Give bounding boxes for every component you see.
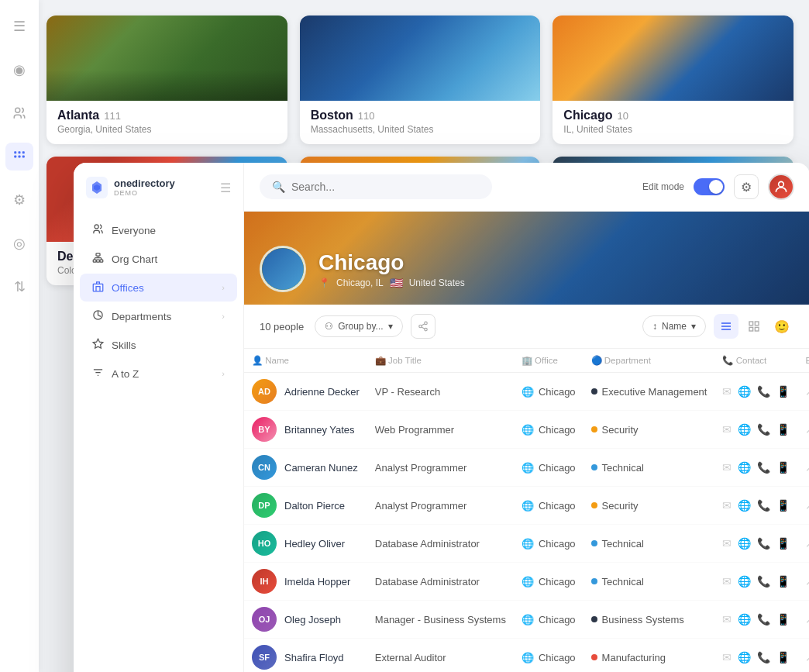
web-icon-5[interactable]: 🌐	[738, 575, 751, 588]
cell-expand-1[interactable]: ↗	[797, 411, 809, 449]
person-name-2[interactable]: Cameran Nunez	[284, 462, 358, 474]
phone-icon-7[interactable]: 📞	[757, 651, 770, 663]
settings-gear-button[interactable]: ⚙	[734, 174, 759, 199]
cell-expand-4[interactable]: ↗	[797, 525, 809, 563]
cell-expand-2[interactable]: ↗	[797, 449, 809, 487]
cell-dept-6: Business Systems	[584, 601, 715, 639]
email-icon-0[interactable]: ✉	[722, 385, 732, 398]
sidebar-item-departments[interactable]: Departments ›	[80, 302, 237, 330]
person-avatar-6[interactable]: OJ	[252, 607, 277, 632]
city-card-boston[interactable]: Boston110 Massachusetts, United States	[300, 16, 541, 144]
email-icon-3[interactable]: ✉	[722, 499, 732, 512]
emoji-view-button[interactable]: 🙂	[769, 314, 794, 339]
cell-expand-0[interactable]: ↗	[797, 373, 809, 411]
mobile-icon-1[interactable]: 📱	[776, 423, 790, 436]
sidebar-item-skills[interactable]: Skills	[80, 331, 237, 359]
cell-expand-5[interactable]: ↗	[797, 563, 809, 601]
dept-dot-4	[591, 540, 597, 546]
mobile-icon-4[interactable]: 📱	[776, 537, 790, 550]
sidebar-icon-people[interactable]	[5, 99, 33, 127]
cell-dept-4: Technical	[584, 525, 715, 563]
sidebar-icon-dashboard[interactable]: ◉	[5, 56, 33, 84]
phone-icon-3[interactable]: 📞	[757, 499, 770, 512]
cell-expand-3[interactable]: ↗	[797, 487, 809, 525]
person-name-5[interactable]: Imelda Hopper	[284, 576, 350, 588]
phone-icon-5[interactable]: 📞	[757, 575, 770, 588]
city-card-chicago-bg[interactable]: Chicago10 IL, United States	[553, 16, 794, 144]
email-icon-1[interactable]: ✉	[722, 423, 732, 436]
city-card-atlanta[interactable]: Atlanta111 Georgia, United States	[46, 16, 287, 144]
cell-expand-7[interactable]: ↗	[797, 639, 809, 673]
group-icon: ⚇	[325, 321, 333, 332]
mobile-icon-3[interactable]: 📱	[776, 499, 790, 512]
person-name-0[interactable]: Adrienne Decker	[284, 386, 360, 398]
city-count-chicago-bg: 10	[617, 110, 628, 122]
mobile-icon-5[interactable]: 📱	[776, 575, 790, 588]
web-icon-1[interactable]: 🌐	[738, 423, 751, 436]
sidebar-item-offices[interactable]: Offices ›	[80, 274, 237, 302]
person-name-7[interactable]: Shafira Floyd	[284, 652, 344, 663]
person-avatar-0[interactable]: AD	[252, 379, 277, 404]
phone-icon-2[interactable]: 📞	[757, 461, 770, 474]
city-name-atlanta: Atlanta	[57, 109, 99, 122]
phone-icon-1[interactable]: 📞	[757, 423, 770, 436]
mobile-icon-7[interactable]: 📱	[776, 651, 790, 663]
phone-icon-4[interactable]: 📞	[757, 537, 770, 550]
sidebar-item-skills-label: Skills	[112, 339, 136, 351]
svg-rect-23	[749, 322, 753, 326]
edit-mode-toggle[interactable]	[694, 178, 725, 195]
group-by-button[interactable]: ⚇ Group by... ▾	[315, 315, 402, 337]
mobile-icon-6[interactable]: 📱	[776, 613, 790, 625]
person-avatar-2[interactable]: CN	[252, 455, 277, 480]
sidebar-icon-settings[interactable]: ⚙	[5, 186, 33, 214]
people-table-container: 👤 Name 💼 Job Title 🏢 Office 🔵	[244, 349, 809, 672]
sidebar-item-a-to-z[interactable]: A to Z ›	[80, 360, 237, 388]
dept-dot-6	[591, 616, 597, 622]
phone-icon-0[interactable]: 📞	[757, 385, 770, 398]
person-avatar-3[interactable]: DP	[252, 493, 277, 518]
email-icon-7[interactable]: ✉	[722, 651, 732, 663]
sidebar-item-everyone[interactable]: Everyone	[80, 216, 237, 244]
person-avatar-1[interactable]: BY	[252, 417, 277, 442]
user-avatar-button[interactable]	[768, 174, 794, 200]
list-view-button[interactable]	[714, 314, 738, 339]
email-icon-6[interactable]: ✉	[722, 613, 732, 625]
sidebar-icon-directory[interactable]	[5, 143, 33, 171]
person-name-4[interactable]: Hedley Oliver	[284, 538, 345, 550]
email-icon-2[interactable]: ✉	[722, 461, 732, 474]
web-icon-4[interactable]: 🌐	[738, 537, 751, 550]
person-avatar-4[interactable]: HO	[252, 531, 277, 556]
person-name-6[interactable]: Oleg Joseph	[284, 614, 341, 625]
email-icon-4[interactable]: ✉	[722, 537, 732, 550]
person-avatar-5[interactable]: IH	[252, 569, 277, 594]
web-icon-0[interactable]: 🌐	[738, 385, 751, 398]
search-input[interactable]	[291, 181, 480, 193]
person-name-1[interactable]: Britanney Yates	[284, 424, 355, 436]
web-icon-3[interactable]: 🌐	[738, 499, 751, 512]
sidebar-icon-sort[interactable]: ⇅	[5, 273, 33, 301]
sidebar-icon-menu[interactable]: ☰	[5, 12, 33, 40]
email-icon-5[interactable]: ✉	[722, 575, 732, 588]
phone-icon-6[interactable]: 📞	[757, 613, 770, 625]
sidebar-hamburger-icon[interactable]: ☰	[220, 181, 231, 195]
col-department: 🔵 Department	[584, 349, 715, 373]
dept-dot-3	[591, 502, 597, 508]
sidebar-item-org-chart[interactable]: Org Chart	[80, 245, 237, 273]
web-icon-6[interactable]: 🌐	[738, 613, 751, 625]
sidebar-icon-target[interactable]: ◎	[5, 229, 33, 257]
cell-expand-6[interactable]: ↗	[797, 601, 809, 639]
search-bar[interactable]: 🔍	[260, 174, 492, 199]
web-icon-7[interactable]: 🌐	[738, 651, 751, 663]
person-avatar-7[interactable]: SF	[252, 645, 277, 670]
merge-button[interactable]	[411, 314, 435, 339]
table-row: DP Dalton Pierce Analyst Programmer 🌐 Ch…	[244, 487, 809, 525]
mobile-icon-2[interactable]: 📱	[776, 461, 790, 474]
mobile-icon-0[interactable]: 📱	[776, 385, 790, 398]
cell-dept-3: Security	[584, 487, 715, 525]
person-name-3[interactable]: Dalton Pierce	[284, 500, 345, 512]
globe-icon-4: 🌐	[522, 538, 534, 550]
sort-name-button[interactable]: ↕ Name ▾	[642, 315, 706, 337]
grid-view-button[interactable]	[742, 314, 766, 339]
web-icon-2[interactable]: 🌐	[738, 461, 751, 474]
svg-rect-26	[755, 327, 759, 331]
